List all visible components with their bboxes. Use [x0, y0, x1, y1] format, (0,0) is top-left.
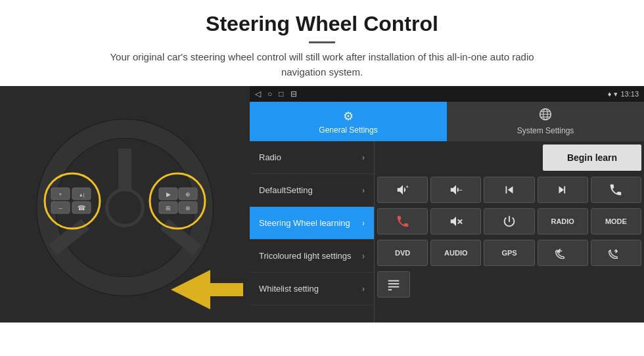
begin-learn-row: Begin learn — [375, 141, 644, 174]
list-button[interactable] — [377, 271, 410, 298]
svg-text:⊕: ⊕ — [185, 191, 191, 198]
menu-nav-icon[interactable]: ⊟ — [290, 89, 297, 99]
chevron-icon: › — [362, 153, 365, 162]
svg-text:☎: ☎ — [78, 204, 85, 211]
controls-row-1: + – — [375, 174, 644, 206]
svg-text:+: + — [58, 191, 62, 198]
vol-down-button[interactable]: – — [430, 177, 481, 203]
menu-default-label: DefaultSetting — [259, 185, 313, 195]
chevron-icon: › — [362, 252, 365, 261]
vol-up-button[interactable]: + — [377, 177, 428, 203]
dvd-button[interactable]: DVD — [377, 240, 428, 266]
svg-rect-40 — [388, 289, 392, 290]
menu-whitelist-label: Whitelist setting — [259, 284, 319, 294]
controls-row-4 — [375, 269, 644, 300]
title-divider — [309, 41, 335, 43]
tab-general-settings[interactable]: ⚙ General Settings — [250, 102, 447, 141]
top-tabs: ⚙ General Settings System Settings — [250, 102, 644, 141]
svg-text:–: – — [459, 187, 462, 193]
menu-tricolour-label: Tricoloured light settings — [259, 251, 351, 261]
call-end-button[interactable] — [377, 208, 428, 234]
phone-prev-button[interactable] — [538, 240, 588, 266]
settings-panel: Radio › DefaultSetting › Steering Wheel … — [250, 141, 644, 323]
svg-text:▲|: ▲| — [79, 192, 85, 198]
tab-system-settings[interactable]: System Settings — [447, 102, 644, 141]
power-button[interactable] — [484, 208, 534, 234]
svg-text:⊗: ⊗ — [185, 205, 191, 211]
steering-wheel-image: + – ▲| ☎ ▶ ⊞ ⊕ ⊗ — [0, 86, 250, 323]
menu-radio-label: Radio — [259, 152, 281, 162]
status-bar: ◁ ○ □ ⊟ ♦ ▾ 13:13 — [250, 86, 644, 102]
phone-button[interactable] — [591, 177, 641, 203]
svg-point-5 — [108, 191, 141, 224]
menu-item-default[interactable]: DefaultSetting › — [250, 174, 374, 207]
controls-row-2: RADIO MODE — [375, 206, 644, 237]
phone-next-button[interactable] — [591, 240, 641, 266]
mode-button[interactable]: MODE — [591, 208, 641, 234]
svg-rect-39 — [388, 286, 400, 288]
menu-item-steering[interactable]: Steering Wheel learning › — [250, 207, 374, 240]
tab-general-label: General Settings — [319, 125, 377, 135]
main-content: + – ▲| ☎ ▶ ⊞ ⊕ ⊗ ◁ ○ — [0, 86, 644, 323]
location-icon: ♦ — [608, 90, 612, 98]
home-nav-icon[interactable]: ○ — [267, 89, 272, 99]
steering-wheel-svg: + – ▲| ☎ ▶ ⊞ ⊕ ⊗ — [0, 86, 250, 323]
general-settings-icon: ⚙ — [343, 109, 354, 123]
nav-buttons: ◁ ○ □ ⊟ — [255, 89, 297, 99]
back-nav-icon[interactable]: ◁ — [255, 89, 261, 99]
prev-track-button[interactable] — [484, 177, 534, 203]
audio-button[interactable]: AUDIO — [430, 240, 481, 266]
svg-text:+: + — [405, 184, 408, 190]
recent-nav-icon[interactable]: □ — [279, 89, 283, 99]
svg-text:–: – — [58, 205, 62, 211]
chevron-icon: › — [362, 284, 365, 294]
page-title: Steering Wheel Control — [13, 12, 631, 36]
tab-system-label: System Settings — [517, 126, 574, 135]
menu-item-tricolour[interactable]: Tricoloured light settings › — [250, 240, 374, 273]
menu-item-radio[interactable]: Radio › — [250, 141, 374, 174]
menu-item-whitelist[interactable]: Whitelist setting › — [250, 273, 374, 305]
wifi-icon: ▾ — [614, 90, 618, 99]
status-indicators: ♦ ▾ 13:13 — [608, 90, 639, 99]
next-track-button[interactable] — [538, 177, 588, 203]
chevron-icon: › — [362, 186, 365, 195]
mute-button[interactable] — [430, 208, 481, 234]
controls-row-3: DVD AUDIO GPS — [375, 237, 644, 269]
page-subtitle: Your original car's steering wheel contr… — [92, 50, 552, 79]
android-unit-panel: ◁ ○ □ ⊟ ♦ ▾ 13:13 ⚙ General Settings — [250, 86, 644, 323]
radio-button[interactable]: RADIO — [538, 208, 588, 234]
page-header: Steering Wheel Control Your original car… — [0, 0, 644, 86]
controls-area: Begin learn + – — [375, 141, 644, 323]
chevron-icon: › — [362, 219, 365, 228]
gps-button[interactable]: GPS — [484, 240, 534, 266]
svg-text:▶: ▶ — [166, 191, 171, 198]
system-settings-icon — [539, 108, 552, 124]
menu-steering-label: Steering Wheel learning — [259, 218, 350, 228]
svg-text:⊞: ⊞ — [166, 205, 171, 211]
status-time: 13:13 — [620, 90, 639, 98]
settings-menu: Radio › DefaultSetting › Steering Wheel … — [250, 141, 375, 323]
svg-rect-38 — [388, 283, 400, 284]
svg-rect-37 — [388, 280, 400, 282]
begin-learn-button[interactable]: Begin learn — [543, 145, 641, 171]
